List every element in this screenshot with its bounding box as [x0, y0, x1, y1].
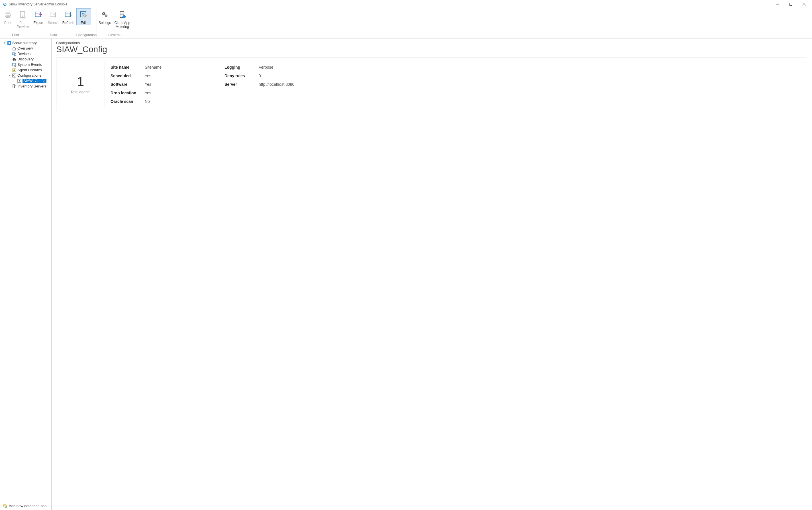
svg-text:i: i	[124, 16, 124, 18]
events-icon	[12, 63, 17, 67]
config-icon	[12, 74, 17, 78]
updates-icon	[12, 68, 17, 72]
svg-rect-7	[6, 12, 9, 14]
search-label: Search	[48, 21, 59, 25]
detail-key: Site name	[111, 65, 145, 69]
print-button[interactable]: Print	[0, 8, 15, 25]
detail-row: Oracle scanNo	[111, 97, 213, 106]
svg-rect-32	[8, 42, 10, 44]
refresh-icon	[63, 10, 73, 20]
app-window: Snow Inventory Server Admin Console Prin…	[0, 0, 812, 510]
tree-item-label: Discovery	[18, 57, 34, 61]
printer-icon	[3, 10, 12, 20]
svg-point-21	[82, 13, 84, 16]
ribbon-group-general: Settings i Cloud AppMetering General	[97, 8, 132, 38]
svg-rect-41	[12, 74, 16, 77]
detail-row: Deny rules0	[225, 72, 327, 80]
tree-item-inventory-servers[interactable]: Inventory Servers	[6, 83, 51, 89]
servers-icon	[12, 84, 17, 88]
gear-icon	[100, 10, 110, 20]
print-preview-label: PrintPreview	[17, 21, 29, 29]
svg-rect-3	[790, 3, 792, 5]
svg-point-42	[13, 75, 15, 76]
agents-block: 1 Total agents	[56, 62, 105, 107]
detail-row: Drop locationYes	[111, 89, 213, 97]
ribbon-group-print-title: Print	[0, 32, 31, 38]
refresh-button[interactable]: Refresh	[61, 8, 76, 25]
database-icon	[6, 41, 12, 45]
add-database-label: Add new database con	[9, 504, 47, 508]
detail-row: ScheduledYes	[111, 72, 213, 80]
detail-value: Verbose	[259, 65, 273, 69]
tree-item-siaw-config[interactable]: SIAW_Config	[12, 78, 51, 83]
svg-point-1	[5, 4, 5, 5]
ribbon-group-configuration: Edit Configuration	[76, 8, 97, 38]
close-button[interactable]	[798, 1, 811, 8]
settings-button[interactable]: Settings	[97, 8, 113, 25]
settings-label: Settings	[98, 21, 111, 25]
print-preview-button[interactable]: PrintPreview	[15, 8, 31, 29]
svg-rect-6	[5, 14, 10, 16]
tree-item-agent-updates[interactable]: Agent Updates	[6, 67, 51, 73]
titlebar: Snow Inventory Server Admin Console	[0, 0, 812, 8]
maximize-button[interactable]	[784, 1, 798, 8]
details-column-right: LoggingVerbose Deny rules0 Serverhttp://…	[225, 63, 327, 106]
svg-line-17	[55, 17, 56, 18]
details-column-left: Site nameSitename ScheduledYes SoftwareY…	[111, 63, 213, 106]
detail-key: Scheduled	[111, 74, 145, 78]
tree-item-system-events[interactable]: System Events	[6, 62, 51, 67]
svg-point-44	[19, 80, 20, 82]
tree-root-label: SnowInventory	[12, 41, 37, 45]
window-controls	[771, 1, 811, 8]
svg-point-47	[3, 504, 6, 505]
binoculars-icon	[12, 57, 17, 61]
main-content: Configurations SIAW_Config 1 Total agent…	[52, 38, 812, 510]
tree-item-configurations[interactable]: ▾ Configurations	[6, 73, 51, 78]
tree-root-snowinventory[interactable]: ▾ SnowInventory	[1, 40, 51, 46]
refresh-label: Refresh	[62, 21, 75, 25]
detail-row: Serverhttp://localhost:8080	[225, 80, 327, 89]
body: ▾ SnowInventory Overview De	[0, 38, 812, 510]
search-button[interactable]: Search	[46, 8, 61, 25]
tree-item-label: SIAW_Config	[23, 79, 47, 83]
add-database-connection-button[interactable]: Add new database con	[0, 502, 51, 510]
detail-row: Site nameSitename	[111, 63, 213, 72]
tree-item-overview[interactable]: Overview	[6, 46, 51, 51]
add-database-icon	[3, 504, 8, 508]
cloud-app-metering-button[interactable]: i Cloud AppMetering	[113, 8, 132, 29]
svg-point-23	[103, 13, 104, 14]
total-agents-label: Total agents	[70, 90, 90, 94]
sidebar: ▾ SnowInventory Overview De	[0, 38, 52, 510]
detail-value: 0	[259, 74, 261, 78]
export-button[interactable]: Export	[31, 8, 46, 25]
tree-item-devices[interactable]: Devices	[6, 51, 51, 56]
edit-button[interactable]: Edit	[76, 8, 91, 25]
tree-item-label: Overview	[18, 46, 33, 51]
detail-key: Oracle scan	[111, 99, 145, 104]
svg-rect-14	[50, 12, 55, 17]
cloud-app-metering-label: Cloud AppMetering	[114, 21, 130, 29]
detail-value: http://localhost:8080	[259, 82, 294, 87]
search-icon	[49, 10, 58, 20]
tree-item-label: Agent Updates	[18, 68, 42, 72]
collapse-icon[interactable]: ▾	[3, 41, 6, 45]
collapse-icon[interactable]: ▾	[8, 74, 12, 77]
tree-item-label: System Events	[18, 62, 42, 67]
print-label: Print	[4, 21, 11, 25]
home-icon	[12, 47, 17, 51]
svg-line-11	[25, 18, 26, 19]
config-item-icon	[17, 79, 22, 83]
svg-point-25	[106, 16, 107, 16]
minimize-button[interactable]	[771, 1, 784, 8]
svg-rect-18	[65, 12, 70, 17]
config-summary-card: 1 Total agents Site nameSitename Schedul…	[56, 58, 807, 111]
app-icon	[3, 2, 7, 6]
nav-tree: ▾ SnowInventory Overview De	[0, 38, 51, 502]
detail-row: SoftwareYes	[111, 80, 213, 89]
devices-icon	[12, 52, 17, 56]
edit-icon	[79, 10, 89, 20]
ribbon-group-configuration-title: Configuration	[76, 32, 96, 38]
tree-item-discovery[interactable]: Discovery	[6, 56, 51, 62]
print-preview-icon	[18, 10, 28, 20]
export-label: Export	[33, 21, 43, 25]
